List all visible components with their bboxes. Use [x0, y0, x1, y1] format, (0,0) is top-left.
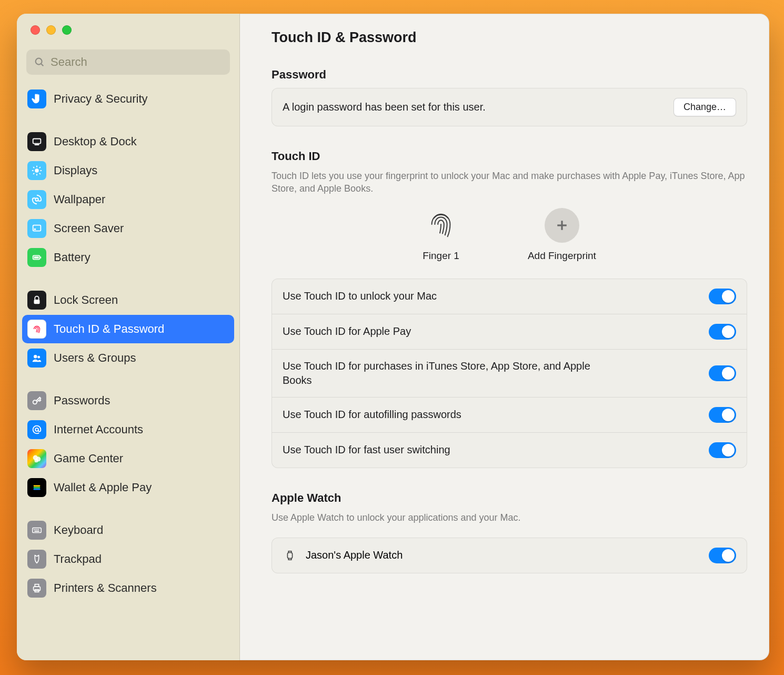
- touchid-section-title: Touch ID: [272, 150, 747, 163]
- battery-icon: [27, 248, 46, 267]
- svg-line-10: [33, 167, 34, 168]
- svg-rect-29: [34, 487, 41, 489]
- touchid-option-label: Use Touch ID for Apple Pay: [283, 324, 411, 339]
- svg-rect-33: [35, 529, 36, 530]
- touchid-option-row: Use Touch ID for Apple Pay: [272, 314, 747, 349]
- sidebar-item-trackpad[interactable]: Trackpad: [22, 545, 234, 573]
- touchid-option-label: Use Touch ID for autofilling passwords: [283, 408, 461, 422]
- page-title: Touch ID & Password: [272, 29, 747, 46]
- fingerprint-icon: [424, 208, 458, 243]
- svg-rect-31: [33, 528, 42, 532]
- dock-icon: [27, 132, 46, 151]
- sidebar-item-label: Trackpad: [54, 552, 102, 566]
- touchid-autofill-toggle[interactable]: [709, 407, 736, 423]
- sidebar-item-screen-saver[interactable]: Screen Saver: [22, 214, 234, 243]
- svg-point-0: [36, 58, 42, 65]
- sidebar-item-label: Privacy & Security: [54, 92, 148, 106]
- applewatch-section-title: Apple Watch: [272, 491, 747, 505]
- sidebar-item-desktop-dock[interactable]: Desktop & Dock: [22, 127, 234, 156]
- search-input[interactable]: [51, 55, 223, 69]
- touchid-options-panel: Use Touch ID to unlock your Mac Use Touc…: [272, 279, 747, 468]
- svg-rect-18: [40, 256, 41, 259]
- touchid-option-label: Use Touch ID for fast user switching: [283, 443, 450, 457]
- add-fingerprint-button[interactable]: Add Fingerprint: [528, 208, 596, 262]
- minimize-window-button[interactable]: [46, 25, 56, 35]
- sidebar-item-label: Game Center: [54, 452, 123, 465]
- search-field-wrapper[interactable]: [26, 49, 230, 75]
- sidebar-item-label: Internet Accounts: [54, 423, 143, 436]
- change-password-button[interactable]: Change…: [674, 98, 736, 116]
- sidebar: Siri & Spotlight Privacy & Security Desk…: [17, 14, 240, 660]
- svg-rect-38: [35, 584, 38, 587]
- sidebar-item-internet-accounts[interactable]: Internet Accounts: [22, 415, 234, 444]
- sidebar-item-label: Lock Screen: [54, 293, 118, 307]
- sidebar-item-keyboard[interactable]: Keyboard: [22, 516, 234, 544]
- gamecenter-icon: [27, 449, 46, 468]
- svg-rect-36: [34, 531, 39, 532]
- sidebar-scroll[interactable]: Siri & Spotlight Privacy & Security Desk…: [17, 81, 239, 660]
- svg-line-12: [33, 173, 34, 174]
- svg-rect-30: [34, 489, 41, 490]
- hand-icon: [27, 90, 46, 108]
- sidebar-item-wallet-apple-pay[interactable]: Wallet & Apple Pay: [22, 473, 234, 502]
- keyboard-icon: [27, 521, 46, 540]
- svg-rect-35: [38, 529, 39, 530]
- wallet-icon: [27, 478, 46, 497]
- applewatch-device-name: Jason's Apple Watch: [306, 549, 700, 561]
- touchid-section-desc: Touch ID lets you use your fingerprint t…: [272, 170, 747, 195]
- screensaver-icon: [27, 219, 46, 238]
- fingerprint-item[interactable]: Finger 1: [423, 208, 459, 262]
- svg-rect-42: [287, 552, 292, 558]
- settings-window: Siri & Spotlight Privacy & Security Desk…: [17, 14, 769, 660]
- content-area: Touch ID & Password Password A login pas…: [240, 14, 769, 660]
- touchid-option-row: Use Touch ID for autofilling passwords: [272, 397, 747, 432]
- trackpad-icon: [27, 550, 46, 569]
- svg-rect-4: [34, 144, 39, 145]
- key-icon: [27, 391, 46, 410]
- applewatch-unlock-toggle[interactable]: [709, 548, 736, 563]
- brightness-icon: [27, 161, 46, 180]
- sidebar-item-game-center[interactable]: Game Center: [22, 444, 234, 473]
- svg-point-14: [35, 198, 38, 201]
- sidebar-item-privacy-security[interactable]: Privacy & Security: [22, 85, 234, 113]
- sidebar-item-displays[interactable]: Displays: [22, 156, 234, 185]
- touchid-applepay-toggle[interactable]: [709, 324, 736, 340]
- maximize-window-button[interactable]: [62, 25, 72, 35]
- sidebar-item-passwords[interactable]: Passwords: [22, 386, 234, 415]
- password-status-text: A login password has been set for this u…: [283, 100, 486, 114]
- sidebar-item-touch-id-password[interactable]: Touch ID & Password: [22, 315, 234, 343]
- password-section-title: Password: [272, 68, 747, 82]
- sidebar-item-label: Wallet & Apple Pay: [54, 481, 152, 494]
- close-window-button[interactable]: [31, 25, 40, 35]
- svg-point-21: [34, 355, 37, 358]
- sidebar-item-battery[interactable]: Battery: [22, 243, 234, 272]
- applewatch-section-desc: Use Apple Watch to unlock your applicati…: [272, 511, 747, 524]
- sidebar-item-users-groups[interactable]: Users & Groups: [22, 344, 234, 372]
- window-controls: [17, 14, 239, 40]
- at-icon: [27, 420, 46, 439]
- svg-rect-16: [34, 229, 36, 230]
- sidebar-item-printers-scanners[interactable]: Printers & Scanners: [22, 574, 234, 602]
- svg-line-11: [39, 173, 41, 174]
- touchid-purchases-toggle[interactable]: [709, 365, 736, 381]
- search-icon: [34, 56, 45, 68]
- svg-rect-32: [34, 529, 35, 530]
- svg-point-23: [33, 400, 37, 404]
- password-panel: A login password has been set for this u…: [272, 88, 747, 126]
- svg-point-22: [37, 356, 40, 359]
- touchid-fastuser-toggle[interactable]: [709, 442, 736, 458]
- wallpaper-icon: [27, 190, 46, 209]
- fingerprint-label: Finger 1: [423, 250, 459, 262]
- sidebar-item-label: Touch ID & Password: [54, 322, 164, 336]
- plus-icon: [545, 208, 579, 243]
- sidebar-item-lock-screen[interactable]: Lock Screen: [22, 286, 234, 314]
- sidebar-item-label: Displays: [54, 164, 97, 177]
- sidebar-item-wallpaper[interactable]: Wallpaper: [22, 185, 234, 214]
- svg-point-27: [34, 459, 38, 462]
- applewatch-row: Jason's Apple Watch: [272, 538, 747, 573]
- sidebar-item-siri-spotlight[interactable]: Siri & Spotlight: [22, 81, 234, 84]
- touchid-unlock-toggle[interactable]: [709, 289, 736, 304]
- sidebar-item-label: Wallpaper: [54, 193, 105, 206]
- svg-line-13: [39, 167, 41, 168]
- users-icon: [27, 349, 46, 368]
